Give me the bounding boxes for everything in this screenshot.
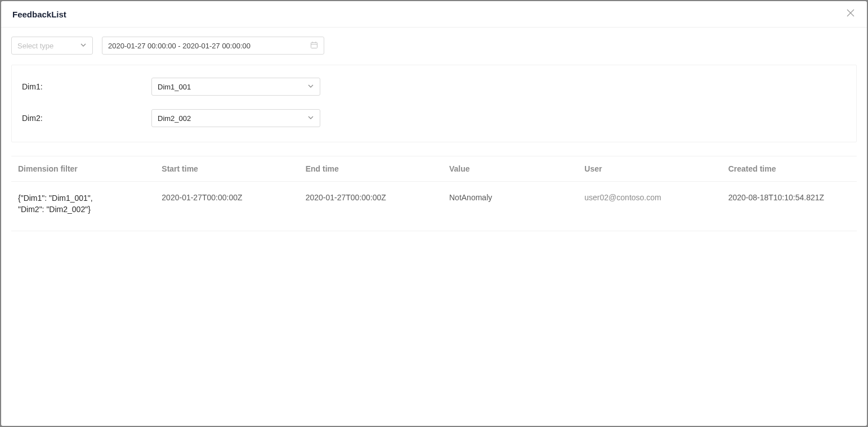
date-range-value: 2020-01-27 00:00:00 - 2020-01-27 00:00:0…: [108, 42, 250, 50]
type-select[interactable]: Select type: [11, 37, 93, 55]
dim2-label: Dim2:: [22, 114, 151, 123]
chevron-down-icon: [80, 42, 87, 50]
dimension-filter-box: Dim1: Dim1_001 Dim2: Dim2_002: [11, 65, 857, 142]
modal-header: FeedbackList: [1, 1, 867, 28]
col-user[interactable]: User: [578, 156, 721, 182]
col-value[interactable]: Value: [442, 156, 578, 182]
type-select-placeholder: Select type: [17, 42, 53, 50]
dim1-label: Dim1:: [22, 82, 151, 91]
dim1-value: Dim1_001: [158, 83, 191, 91]
toolbar-row: Select type 2020-01-27 00:00:00 - 2020-0…: [11, 37, 857, 55]
date-range-picker[interactable]: 2020-01-27 00:00:00 - 2020-01-27 00:00:0…: [102, 37, 324, 55]
results-table-wrap: Dimension filter Start time End time Val…: [11, 156, 857, 231]
col-dimension-filter[interactable]: Dimension filter: [11, 156, 155, 182]
results-table: Dimension filter Start time End time Val…: [11, 156, 857, 231]
cell-dimension-filter: {"Dim1": "Dim1_001", "Dim2": "Dim2_002"}: [11, 182, 155, 231]
dim1-filter-row: Dim1: Dim1_001: [22, 78, 846, 96]
svg-rect-2: [311, 42, 317, 48]
col-end-time[interactable]: End time: [299, 156, 442, 182]
modal-content: Select type 2020-01-27 00:00:00 - 2020-0…: [1, 28, 867, 426]
cell-end-time: 2020-01-27T00:00:00Z: [299, 182, 442, 231]
table-row[interactable]: {"Dim1": "Dim1_001", "Dim2": "Dim2_002"}…: [11, 182, 857, 231]
user-link[interactable]: user02@contoso.com: [584, 193, 661, 202]
col-start-time[interactable]: Start time: [155, 156, 298, 182]
close-button[interactable]: [845, 9, 856, 19]
cell-start-time: 2020-01-27T00:00:00Z: [155, 182, 298, 231]
dim2-select[interactable]: Dim2_002: [151, 109, 320, 127]
col-created[interactable]: Created time: [722, 156, 857, 182]
dim2-filter-row: Dim2: Dim2_002: [22, 109, 846, 127]
chevron-down-icon: [307, 114, 314, 123]
feedback-list-modal: FeedbackList Select type 2020-01-: [1, 1, 867, 426]
cell-user: user02@contoso.com: [578, 182, 721, 231]
modal-title: FeedbackList: [12, 10, 66, 19]
cell-created: 2020-08-18T10:10:54.821Z: [722, 182, 857, 231]
calendar-icon: [310, 41, 318, 51]
close-icon: [847, 9, 854, 19]
cell-value: NotAnomaly: [442, 182, 578, 231]
table-header-row: Dimension filter Start time End time Val…: [11, 156, 857, 182]
dim2-value: Dim2_002: [158, 114, 191, 123]
dim1-select[interactable]: Dim1_001: [151, 78, 320, 96]
chevron-down-icon: [307, 83, 314, 91]
